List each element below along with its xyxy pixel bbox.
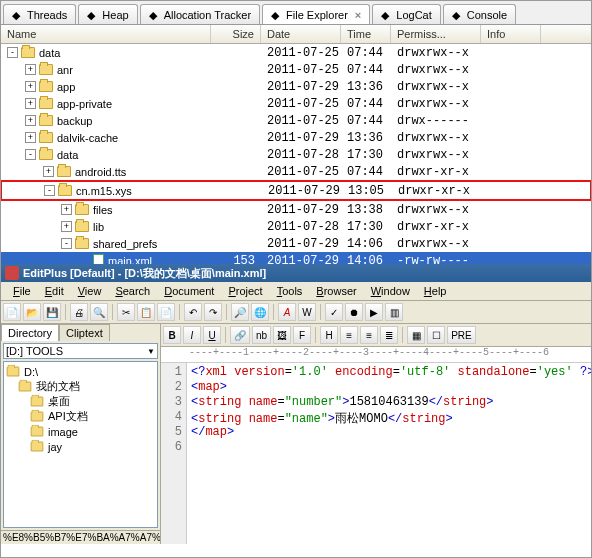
col-perm[interactable]: Permiss...	[391, 25, 481, 43]
align-center-button[interactable]: ≡	[360, 326, 378, 344]
tab-file-explorer[interactable]: ◆File Explorer×	[262, 4, 370, 24]
code-line[interactable]: <string name="number">15810463139</strin…	[191, 395, 592, 410]
expander-icon[interactable]: -	[44, 185, 55, 196]
tab-cliptext[interactable]: Cliptext	[59, 324, 110, 341]
expander-icon[interactable]: +	[25, 81, 36, 92]
redo-button[interactable]: ↷	[204, 303, 222, 321]
tab-logcat[interactable]: ◆LogCat	[372, 4, 440, 24]
dir-item[interactable]: image	[6, 424, 155, 439]
expander-icon[interactable]: -	[61, 238, 72, 249]
code-line[interactable]	[191, 440, 592, 455]
code-line[interactable]: <?xml version='1.0' encoding='utf-8' sta…	[191, 365, 592, 380]
save-button[interactable]: 💾	[43, 303, 61, 321]
expander-icon[interactable]: -	[7, 47, 18, 58]
code-text[interactable]: <?xml version='1.0' encoding='utf-8' sta…	[187, 363, 592, 544]
expander-icon[interactable]: +	[25, 98, 36, 109]
tree-row[interactable]: -cn.m15.xys2011-07-2913:05drwxr-xr-x	[2, 182, 590, 199]
heading-button[interactable]: H	[320, 326, 338, 344]
align-left-button[interactable]: ≡	[340, 326, 358, 344]
col-date[interactable]: Date	[261, 25, 341, 43]
form-button[interactable]: ☐	[427, 326, 445, 344]
font-button[interactable]: A	[278, 303, 296, 321]
tree-row[interactable]: +files2011-07-2913:38drwxrwx--x	[1, 201, 591, 218]
dir-item[interactable]: 我的文档	[6, 379, 155, 394]
close-icon[interactable]: ×	[355, 9, 361, 21]
menu-search[interactable]: Search	[109, 284, 156, 298]
image-button[interactable]: 🖼	[273, 326, 291, 344]
list-button[interactable]: ≣	[380, 326, 398, 344]
open-button[interactable]: 📂	[23, 303, 41, 321]
menu-view[interactable]: View	[72, 284, 108, 298]
expander-icon[interactable]: +	[61, 221, 72, 232]
menu-project[interactable]: Project	[222, 284, 268, 298]
tree-row[interactable]: +dalvik-cache2011-07-2913:36drwxrwx--x	[1, 129, 591, 146]
dir-item[interactable]: 桌面	[6, 394, 155, 409]
menu-document[interactable]: Document	[158, 284, 220, 298]
expander-icon[interactable]: +	[25, 132, 36, 143]
dir-item[interactable]: API文档	[6, 409, 155, 424]
expander-icon[interactable]: -	[25, 149, 36, 160]
expander-icon[interactable]: +	[61, 204, 72, 215]
tree-row[interactable]: main.xml1532011-07-2914:06-rw-rw----	[1, 252, 591, 264]
col-name[interactable]: Name	[1, 25, 211, 43]
tree-row[interactable]: +app-private2011-07-2507:44drwxrwx--x	[1, 95, 591, 112]
nb-button[interactable]: nb	[252, 326, 271, 344]
menu-browser[interactable]: Browser	[310, 284, 362, 298]
tab-threads[interactable]: ◆Threads	[3, 4, 76, 24]
print-button[interactable]: 🖨	[70, 303, 88, 321]
paste-button[interactable]: 📄	[157, 303, 175, 321]
expander-icon[interactable]: +	[43, 166, 54, 177]
columns-button[interactable]: ▥	[385, 303, 403, 321]
new-button[interactable]: 📄	[3, 303, 21, 321]
code-editor[interactable]: 123456 <?xml version='1.0' encoding='utf…	[161, 363, 592, 544]
underline-button[interactable]: U	[203, 326, 221, 344]
menu-tools[interactable]: Tools	[271, 284, 309, 298]
row-size: 153	[211, 254, 261, 265]
undo-button[interactable]: ↶	[184, 303, 202, 321]
tree-row[interactable]: +backup2011-07-2507:44drwx------	[1, 112, 591, 129]
font-color-button[interactable]: F	[293, 326, 311, 344]
tree-row[interactable]: +app2011-07-2913:36drwxrwx--x	[1, 78, 591, 95]
col-size[interactable]: Size	[211, 25, 261, 43]
expander-icon[interactable]: +	[25, 64, 36, 75]
table-button[interactable]: ▦	[407, 326, 425, 344]
tab-directory[interactable]: Directory	[1, 324, 59, 341]
menu-file[interactable]: File	[7, 284, 37, 298]
italic-button[interactable]: I	[183, 326, 201, 344]
spell-button[interactable]: ✓	[325, 303, 343, 321]
tree-row[interactable]: +lib2011-07-2817:30drwxr-xr-x	[1, 218, 591, 235]
tab-allocation-tracker[interactable]: ◆Allocation Tracker	[140, 4, 260, 24]
expander-icon[interactable]: +	[25, 115, 36, 126]
code-line[interactable]: </map>	[191, 425, 592, 440]
drive-combo[interactable]: [D:] TOOLS ▼	[3, 343, 158, 359]
menu-help[interactable]: Help	[418, 284, 453, 298]
code-line[interactable]: <string name="name">雨松MOMO</string>	[191, 410, 592, 425]
cut-button[interactable]: ✂	[117, 303, 135, 321]
dir-item[interactable]: jay	[6, 439, 155, 454]
tree-row[interactable]: -shared_prefs2011-07-2914:06drwxrwx--x	[1, 235, 591, 252]
tab-console[interactable]: ◆Console	[443, 4, 516, 24]
directory-tree[interactable]: D:\我的文档桌面API文档imagejay	[3, 361, 158, 528]
menu-edit[interactable]: Edit	[39, 284, 70, 298]
pre-button[interactable]: PRE	[447, 326, 476, 344]
anchor-button[interactable]: 🔗	[230, 326, 250, 344]
play-button[interactable]: ▶	[365, 303, 383, 321]
wrap-button[interactable]: W	[298, 303, 316, 321]
tab-heap[interactable]: ◆Heap	[78, 4, 137, 24]
file-tree[interactable]: -data2011-07-2507:44drwxrwx--x+anr2011-0…	[1, 44, 591, 264]
col-time[interactable]: Time	[341, 25, 391, 43]
code-line[interactable]: <map>	[191, 380, 592, 395]
preview-button[interactable]: 🔍	[90, 303, 108, 321]
tree-row[interactable]: -data2011-07-2507:44drwxrwx--x	[1, 44, 591, 61]
dir-item[interactable]: D:\	[6, 364, 155, 379]
bold-button[interactable]: B	[163, 326, 181, 344]
tree-row[interactable]: +android.tts2011-07-2507:44drwxr-xr-x	[1, 163, 591, 180]
record-button[interactable]: ⏺	[345, 303, 363, 321]
find-button[interactable]: 🔎	[231, 303, 249, 321]
tree-row[interactable]: +anr2011-07-2507:44drwxrwx--x	[1, 61, 591, 78]
copy-button[interactable]: 📋	[137, 303, 155, 321]
tree-row[interactable]: -data2011-07-2817:30drwxrwx--x	[1, 146, 591, 163]
browser-button[interactable]: 🌐	[251, 303, 269, 321]
col-info[interactable]: Info	[481, 25, 541, 43]
menu-window[interactable]: Window	[365, 284, 416, 298]
